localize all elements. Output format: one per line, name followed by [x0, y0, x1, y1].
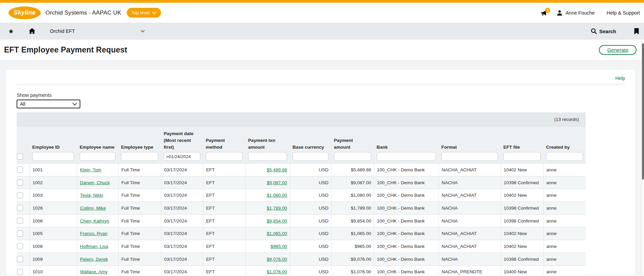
table-row: 1006Chen, KathrynFull Time03/17/2024EFT$… — [17, 215, 586, 228]
bookmark-icon[interactable] — [634, 28, 639, 35]
filter-employee_name[interactable] — [80, 152, 116, 161]
table-row: 1008Hoffman, LisaFull Time03/17/2024EFT$… — [17, 240, 586, 253]
filter-base_currency[interactable] — [293, 152, 328, 161]
column-label-bank: Bank — [377, 144, 436, 151]
payment_txn_amount-link[interactable]: $1,080.00 — [267, 193, 287, 198]
row-checkbox[interactable] — [17, 243, 23, 249]
employee_name-link[interactable]: Tesla, Nikki — [80, 193, 103, 198]
cell-format: NACHA_ACHIAT — [439, 240, 501, 253]
cell-base_currency: USD — [290, 202, 331, 214]
payments-table: (13 records) Employee IDEmployee nameEmp… — [17, 112, 586, 276]
cell-bank: 100_CHK - Demo Bank — [374, 164, 439, 176]
employee_name-link[interactable]: Klein, Tom — [80, 167, 101, 172]
cell-format: NACHA — [439, 253, 501, 266]
payment_txn_amount-link[interactable]: $1,065.00 — [267, 231, 287, 236]
filter-employee_id[interactable] — [32, 152, 74, 161]
cell-employee_type: Full Time — [118, 240, 161, 253]
table-row: 1002Darwin, ChuckFull Time03/17/2024EFT$… — [17, 176, 586, 189]
nav-bar: ★ Orchid EFT Search — [0, 23, 644, 40]
cell-payment_date: 03/17/2024 — [161, 189, 203, 201]
row-checkbox[interactable] — [17, 218, 23, 224]
cell-payment_date: 03/17/2024 — [161, 253, 203, 266]
vertical-scrollbar[interactable] — [641, 40, 644, 276]
employee_name-link[interactable]: Chen, Kathryn — [80, 218, 109, 224]
filter-payment_date[interactable] — [164, 152, 200, 161]
cell-payment_amount: $9,854.00 — [331, 215, 374, 227]
payment_txn_amount-link[interactable]: $1,789.00 — [267, 206, 287, 211]
cell-payment_date: 03/17/2024 — [161, 176, 203, 189]
filter-created_by[interactable] — [546, 152, 583, 161]
cell-employee_type: Full Time — [118, 164, 161, 176]
row-checkbox[interactable] — [17, 256, 23, 262]
cell-bank: 100_CHK - Demo Bank — [374, 266, 439, 276]
cell-created_by: anne — [543, 266, 586, 276]
cell-payment_method: EFT — [203, 164, 245, 176]
employee_name-link[interactable]: Peters, Derek — [80, 257, 108, 262]
row-checkbox[interactable] — [17, 179, 23, 186]
cell-created_by: anne — [543, 227, 586, 240]
help-support-link[interactable]: Help & Support — [607, 10, 640, 16]
filter-payment_method[interactable] — [206, 152, 243, 161]
row-checkbox[interactable] — [17, 167, 23, 173]
payment_txn_amount-link[interactable]: $9,076.00 — [267, 257, 287, 262]
cell-payment_date: 03/17/2024 — [161, 240, 203, 253]
cell-bank: 100_CHK - Demo Bank — [374, 202, 439, 214]
show-payments-select[interactable]: All — [17, 100, 80, 108]
cell-payment_amount: $5,489.88 — [331, 164, 374, 176]
filter-employee_type[interactable] — [121, 152, 158, 161]
cell-payment_amount: $1,065.00 — [331, 227, 374, 240]
payment_txn_amount-link[interactable]: $5,489.88 — [267, 167, 287, 172]
payment_txn_amount-link[interactable]: $1,076.00 — [267, 269, 287, 274]
favorites-star-icon[interactable]: ★ — [8, 27, 14, 35]
employee_name-link[interactable]: Hoffman, Lisa — [80, 244, 108, 249]
cell-base_currency: USD — [290, 266, 331, 276]
generate-button[interactable]: Generate — [599, 45, 637, 55]
cell-employee_name: Wallace, Amy — [77, 266, 118, 276]
user-menu[interactable]: Anne Fouche — [556, 9, 595, 16]
filter-bank[interactable] — [377, 152, 436, 161]
home-icon[interactable] — [28, 28, 36, 35]
top-level-button[interactable]: Top level — [127, 8, 161, 18]
cell-employee_name: Franco, Ryan — [77, 227, 118, 240]
row-checkbox[interactable] — [17, 205, 23, 211]
organization-name: Orchid Systems - AAPAC UK — [45, 9, 121, 16]
employee_name-link[interactable]: Collins, Mike — [80, 206, 106, 211]
cell-bank: 100_CHK - Demo Bank — [374, 253, 439, 266]
employee_name-link[interactable]: Franco, Ryan — [80, 231, 107, 236]
show-payments-value: All — [20, 101, 25, 107]
cell-employee_id: 1001 — [29, 164, 77, 176]
filter-eft_file[interactable] — [503, 152, 541, 161]
help-link[interactable]: Help — [615, 76, 625, 81]
announcements-icon[interactable]: 1 — [540, 9, 549, 17]
payment_txn_amount-link[interactable]: $9,854.00 — [267, 218, 287, 224]
scrollbar-thumb[interactable] — [642, 43, 644, 179]
filter-payment_txn_amount[interactable] — [248, 152, 287, 161]
cell-payment_date: 03/17/2024 — [161, 202, 203, 214]
payment_txn_amount-link[interactable]: $965.00 — [270, 244, 287, 249]
cell-format: NACHA — [439, 215, 501, 227]
cell-employee_id: 1006 — [29, 215, 77, 227]
header-payment_date: Payment date (Most recent first) — [161, 126, 203, 163]
employee_name-link[interactable]: Darwin, Chuck — [80, 180, 110, 185]
cell-bank: 100_CHK - Demo Bank — [374, 227, 439, 240]
search-button[interactable]: Search — [591, 28, 616, 34]
row-checkbox[interactable] — [17, 269, 23, 275]
module-select[interactable]: Orchid EFT — [50, 28, 145, 34]
cell-base_currency: USD — [290, 215, 331, 227]
table-body: 1001Klein, TomFull Time03/17/2024EFT$5,4… — [17, 164, 586, 276]
row-checkbox[interactable] — [17, 192, 23, 198]
select-all-checkbox[interactable] — [17, 153, 23, 160]
cell-employee_id: 1009 — [29, 253, 77, 266]
cell-created_by: anne — [543, 215, 586, 227]
filter-format[interactable] — [441, 152, 498, 161]
header-payment_amount: Payment amount — [331, 126, 374, 163]
column-label-employee_name: Employee name — [80, 144, 116, 151]
cell-base_currency: USD — [290, 189, 331, 201]
filter-payment_amount[interactable] — [334, 152, 371, 161]
payment_txn_amount-link[interactable]: $9,087.00 — [267, 180, 287, 185]
row-checkbox[interactable] — [17, 231, 23, 237]
user-name: Anne Fouche — [565, 10, 595, 16]
cell-select — [17, 189, 29, 201]
employee_name-link[interactable]: Wallace, Amy — [80, 269, 107, 274]
cell-payment_date: 03/17/2024 — [161, 227, 203, 240]
